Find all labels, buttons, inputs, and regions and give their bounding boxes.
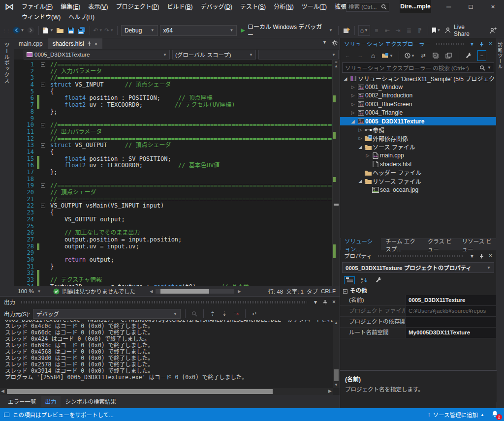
code-line[interactable]: 25	[14, 223, 340, 230]
pin-icon[interactable]	[479, 253, 484, 259]
type-scope-dropdown[interactable]: (グローバル スコープ)▼	[172, 50, 256, 60]
pin-icon[interactable]	[87, 41, 92, 46]
expander-collapsed-icon[interactable]: ▷	[357, 136, 364, 141]
expander-collapsed-icon[interactable]: ▷	[349, 110, 356, 115]
close-panel-icon[interactable]: ×	[489, 252, 492, 259]
code-line[interactable]: 34Texture2D g_texture : register(t0); //…	[14, 284, 340, 286]
fold-collapse-icon[interactable]: −	[39, 142, 46, 149]
code-line[interactable]: 3//=====================================…	[14, 75, 340, 82]
code-line[interactable]: 1−//====================================…	[14, 61, 340, 68]
notifications-button[interactable]: 2	[491, 410, 500, 419]
caret-line-indicator[interactable]: 行: 48	[268, 287, 283, 295]
editor-options-gear-icon[interactable]	[332, 40, 338, 46]
collapse-all-icon[interactable]	[432, 50, 441, 61]
editor-vertical-scrollbar[interactable]: ≡ ▲	[332, 60, 340, 286]
code-line[interactable]: 4−struct VS_INPUT // 頂点シェーダ	[14, 82, 340, 89]
code-line[interactable]: 29	[14, 250, 340, 257]
code-line[interactable]: 13−struct VS_OUTPUT // 頂点シェーダ	[14, 142, 340, 149]
output-vertical-scrollbar[interactable]: ▲ ▼	[333, 320, 340, 388]
start-debugging-button[interactable]: ▶ ローカル Windows デバッガー ▼	[239, 22, 335, 39]
close-panel-icon[interactable]: ×	[332, 299, 336, 305]
redo-button[interactable]: ↷▼	[104, 25, 114, 36]
code-line[interactable]: 23{	[14, 210, 340, 216]
menu-item[interactable]: デバッグ(D)	[196, 2, 236, 12]
clear-all-icon[interactable]: ≡×	[232, 308, 241, 319]
open-file-button[interactable]	[56, 25, 64, 36]
code-line[interactable]: 22−VS_OUTPUT vsMain(VS_INPUT input)	[14, 203, 340, 210]
properties-shortcut-icon[interactable]	[444, 50, 453, 61]
window-position-dropdown-icon[interactable]: ▼	[313, 300, 318, 305]
navigate-forward-button[interactable]	[26, 25, 35, 36]
health-message[interactable]: 問題は見つかりませんでした	[63, 287, 136, 295]
alphabetical-sort-icon[interactable]: AZ	[359, 276, 370, 284]
code-line[interactable]: 21//====================================…	[14, 196, 340, 203]
code-line[interactable]: 20// 頂点シェーダ	[14, 189, 340, 196]
property-row[interactable]: ルート名前空間My0005D3DX11Texture	[340, 328, 496, 338]
bottom-panel-tab[interactable]: 出力	[41, 396, 61, 407]
expander-collapsed-icon[interactable]: ▷	[357, 127, 364, 132]
fold-collapse-icon[interactable]: −	[39, 182, 46, 189]
hscroll-left-icon[interactable]: ◀	[150, 289, 153, 294]
split-editor-grip[interactable]: ≡	[333, 60, 340, 64]
menu-item[interactable]: ツール(T)	[298, 2, 331, 12]
property-row[interactable]: プロジェクトの依存関係	[340, 317, 496, 328]
live-share-button[interactable]: Live Share	[444, 24, 481, 37]
goto-next-message-icon[interactable]: ⇣	[220, 308, 229, 319]
diagnostics-side-tab[interactable]: 診断ツール	[496, 38, 504, 408]
undo-button[interactable]: ↶▼	[94, 25, 103, 36]
code-line[interactable]: 30 return output;	[14, 257, 340, 264]
document-tab[interactable]: main.cpp	[14, 38, 48, 49]
expander-collapsed-icon[interactable]: ▷	[349, 102, 356, 107]
code-line[interactable]: 10−//===================================…	[14, 122, 340, 129]
menu-item[interactable]: プロジェクト(P)	[112, 2, 163, 12]
editor-horizontal-scrollbar[interactable]	[156, 289, 234, 294]
document-tab[interactable]: shaders.hlsl×	[48, 38, 102, 49]
code-line[interactable]: 19−//===================================…	[14, 182, 340, 189]
tree-item[interactable]: ▷++0003_BlueScreen	[340, 100, 496, 108]
uncomment-lines-icon[interactable]: ⁋	[415, 25, 424, 36]
code-line[interactable]: 16 float2 uv : TEXCOORD0; // 基本色UV値	[14, 162, 340, 169]
code-line[interactable]: 11// 出力パラメータ	[14, 129, 340, 136]
toolbox-side-tab[interactable]: ツールボックス	[0, 38, 14, 296]
menu-item[interactable]: ファイル(F)	[18, 2, 57, 12]
tree-item[interactable]: ▷++main.cpp	[340, 151, 496, 160]
wrench-icon[interactable]	[465, 50, 473, 61]
menu-item[interactable]: 表示(V)	[84, 2, 112, 12]
zoom-level-dropdown[interactable]: 100 %	[18, 288, 34, 294]
add-to-source-control-button[interactable]: ↑ ソース管理に追加 ▲	[428, 411, 484, 419]
tree-item[interactable]: ◢ソース ファイル	[340, 143, 496, 151]
code-line[interactable]: 17};	[14, 169, 340, 176]
properties-object-dropdown[interactable]: 0005_D3DX11Texture プロジェクトのプロパティ▼	[342, 262, 494, 273]
menu-item[interactable]: テスト(S)	[236, 2, 270, 12]
property-category-row[interactable]: −その他	[340, 286, 496, 295]
indent-increase-icon[interactable]: ⇥	[394, 25, 403, 36]
code-line[interactable]: 33// テクスチャ情報	[14, 277, 340, 284]
menu-item[interactable]: ビルド(B)	[163, 2, 196, 12]
se-home-icon[interactable]: ⌂	[369, 50, 378, 61]
window-position-dropdown-icon[interactable]: ▼	[470, 41, 474, 47]
code-line[interactable]: 31}	[14, 264, 340, 271]
tree-item[interactable]: ▷++0004_Triangle	[340, 109, 496, 117]
indent-mode-indicator[interactable]: タブ	[307, 287, 318, 295]
tab-list-dropdown-icon[interactable]: ▼	[322, 40, 327, 46]
hscroll-right-icon[interactable]: ▶	[238, 289, 241, 294]
categorized-view-icon[interactable]	[344, 276, 355, 284]
fold-collapse-icon[interactable]: −	[39, 82, 46, 89]
output-content[interactable]: 0005_D3DX11Texture.exe' (Win32): 'C:¥Win…	[0, 320, 340, 388]
code-area[interactable]: 1−//====================================…	[14, 60, 340, 286]
menu-item[interactable]: 編集(E)	[57, 2, 84, 12]
code-line[interactable]: 8};	[14, 109, 340, 116]
code-line[interactable]: 27 output.position = input.position;	[14, 237, 340, 243]
tree-item[interactable]: ◢ソリューション 'DirectX11_Sample' (5/5 プロジェクト)	[340, 74, 496, 83]
dock-tab[interactable]: チーム エクスプ...	[382, 235, 423, 255]
menu-item[interactable]: ウィンドウ(W)	[18, 12, 64, 22]
scroll-up-icon[interactable]: ▲	[333, 64, 340, 68]
dock-tab[interactable]: クラス ビュー	[424, 235, 458, 255]
word-wrap-icon[interactable]: ↵	[250, 308, 259, 319]
ide-navigator-icon[interactable]: ⌂▼	[358, 25, 370, 36]
menu-item[interactable]: 分析(N)	[270, 2, 298, 12]
code-line[interactable]: 26 // 加工なしでそのまま出力	[14, 230, 340, 237]
tree-item[interactable]: ▷外部依存関係	[340, 134, 496, 143]
code-line[interactable]: 12//====================================…	[14, 136, 340, 143]
switch-views-icon[interactable]: ▼	[381, 50, 393, 61]
